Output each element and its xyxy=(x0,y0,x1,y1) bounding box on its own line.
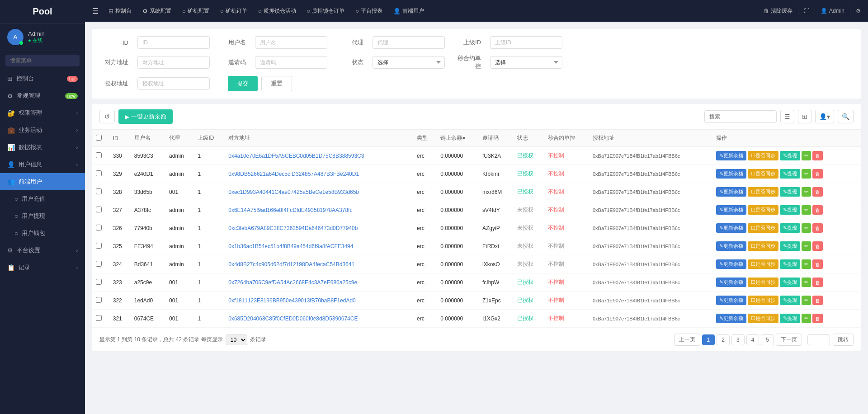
admin-user-button[interactable]: 👤 Admin xyxy=(821,8,844,14)
second-badge[interactable]: 不控制 xyxy=(548,225,564,231)
status-badge[interactable]: 已授权 xyxy=(517,297,533,303)
table-columns-button[interactable]: 👤▾ xyxy=(815,110,834,123)
second-badge[interactable]: 不控制 xyxy=(548,188,564,195)
edit-button[interactable]: ✏ xyxy=(802,278,811,287)
address-link[interactable]: 0xec1D993A40441C4ae07425a5BeCe1e58B933d6… xyxy=(228,189,359,195)
second-badge[interactable]: 不控制 xyxy=(548,207,564,213)
delete-button[interactable]: 🗑 xyxy=(812,259,823,269)
status-badge[interactable]: 已授权 xyxy=(517,279,533,285)
table-view-grid-button[interactable]: ⊞ xyxy=(798,110,811,123)
status-badge[interactable]: 未授权 xyxy=(517,207,533,213)
row-select-checkbox[interactable] xyxy=(96,315,102,321)
edit-button[interactable]: ✏ xyxy=(802,151,811,160)
submit-button[interactable]: 提交 xyxy=(228,76,258,91)
second-badge[interactable]: 不控制 xyxy=(548,261,564,267)
menu-toggle-icon[interactable]: ☰ xyxy=(92,7,99,15)
withdraw-button[interactable]: ✎提现 xyxy=(780,241,800,251)
sync-button[interactable]: ☐是否同步 xyxy=(748,151,778,160)
sync-button[interactable]: ☐是否同步 xyxy=(748,278,778,287)
second-select[interactable]: 选择 控制 不控制 xyxy=(490,56,562,69)
sync-button[interactable]: ☐是否同步 xyxy=(748,223,778,233)
second-badge[interactable]: 不控制 xyxy=(548,297,564,303)
reset-button[interactable]: 重置 xyxy=(261,76,292,91)
status-badge[interactable]: 未授权 xyxy=(517,261,533,267)
sidebar-item-general[interactable]: ⚙ 常规管理 new xyxy=(0,87,85,104)
address-link[interactable]: 0x7264ba706C9efDA54Ac2668E4c3A7eE686a25c… xyxy=(228,279,357,286)
topbar-miner[interactable]: ○ 矿机配置 xyxy=(178,5,214,18)
address-link[interactable]: 0x1b36ac1B54ec51b4f8B49a454d6f9a8fACFE34… xyxy=(228,243,353,249)
status-badge[interactable]: 已授权 xyxy=(517,170,533,177)
fullscreen-button[interactable]: ⛶ xyxy=(804,8,809,14)
topbar-pledge-order[interactable]: ○ 质押锁仓订单 xyxy=(302,5,349,18)
sidebar-item-recharge[interactable]: ○ 用户充值 xyxy=(0,190,85,207)
page-3-button[interactable]: 3 xyxy=(731,334,745,345)
sync-button[interactable]: ☐是否同步 xyxy=(748,259,778,269)
topbar-dashboard[interactable]: ⊞ 控制台 xyxy=(104,5,136,18)
second-badge[interactable]: 不控制 xyxy=(548,170,564,177)
update-balance-button[interactable]: ✎更新余额 xyxy=(716,314,746,323)
delete-button[interactable]: 🗑 xyxy=(812,223,823,233)
bulk-update-button[interactable]: ▶ 一键更新余额 xyxy=(118,109,173,124)
withdraw-button[interactable]: ✎提现 xyxy=(780,187,800,197)
second-badge[interactable]: 不控制 xyxy=(548,315,564,321)
page-2-button[interactable]: 2 xyxy=(717,334,730,345)
sync-button[interactable]: ☐是否同步 xyxy=(748,169,778,179)
edit-button[interactable]: ✏ xyxy=(802,259,811,269)
sync-button[interactable]: ☐是否同步 xyxy=(748,205,778,215)
delete-button[interactable]: 🗑 xyxy=(812,187,823,197)
status-select[interactable]: 选择 已授权 未授权 xyxy=(373,56,445,69)
row-select-checkbox[interactable] xyxy=(96,243,102,249)
sidebar-item-dashboard[interactable]: ⊞ 控制台 hot xyxy=(0,70,85,87)
topbar-frontend-user[interactable]: 👤 前端用户 xyxy=(389,5,429,18)
row-select-checkbox[interactable] xyxy=(96,170,102,176)
withdraw-button[interactable]: ✎提现 xyxy=(780,223,800,233)
page-jump-button[interactable]: 跳转 xyxy=(833,334,854,346)
page-5-button[interactable]: 5 xyxy=(761,334,774,345)
update-balance-button[interactable]: ✎更新余额 xyxy=(716,187,746,197)
update-balance-button[interactable]: ✎更新余额 xyxy=(716,278,746,287)
delete-button[interactable]: 🗑 xyxy=(812,169,823,179)
address-link[interactable]: 0x4a10e70E6a1DF5A5CEBC0d05B1D75C8B388593… xyxy=(228,153,364,159)
edit-button[interactable]: ✏ xyxy=(802,223,811,233)
second-badge[interactable]: 不控制 xyxy=(548,279,564,285)
row-select-checkbox[interactable] xyxy=(96,152,102,158)
update-balance-button[interactable]: ✎更新余额 xyxy=(716,223,746,233)
agent-input[interactable] xyxy=(373,36,445,49)
update-balance-button[interactable]: ✎更新余额 xyxy=(716,241,746,251)
status-badge[interactable]: 已授权 xyxy=(517,315,533,321)
row-select-checkbox[interactable] xyxy=(96,207,102,212)
invite-input[interactable] xyxy=(255,56,327,69)
delete-button[interactable]: 🗑 xyxy=(812,151,823,160)
clear-cache-button[interactable]: 🗑 清除缓存 xyxy=(764,7,793,15)
address-link[interactable]: 0x4d8B27c4c905d62df7d12198DA4fecaC54Bd36… xyxy=(228,261,354,268)
sidebar-search-input[interactable] xyxy=(5,55,80,66)
sidebar-item-business[interactable]: 💼 业务活动 › xyxy=(0,122,85,139)
edit-button[interactable]: ✏ xyxy=(802,187,811,197)
status-badge[interactable]: 已授权 xyxy=(517,152,533,159)
delete-button[interactable]: 🗑 xyxy=(812,314,823,323)
sync-button[interactable]: ☐是否同步 xyxy=(748,187,778,197)
auth-input[interactable] xyxy=(137,77,210,90)
table-search-input[interactable] xyxy=(704,110,777,123)
edit-button[interactable]: ✏ xyxy=(802,169,811,179)
table-view-list-button[interactable]: ☰ xyxy=(780,110,794,123)
sidebar-item-frontend[interactable]: 👥 前端用户 xyxy=(0,173,85,190)
settings-button[interactable]: ⚙ xyxy=(856,8,861,14)
sidebar-item-auth[interactable]: 🔐 权限管理 › xyxy=(0,104,85,122)
sidebar-item-platform[interactable]: ⚙ 平台设置 › xyxy=(0,242,85,259)
sync-button[interactable]: ☐是否同步 xyxy=(748,241,778,251)
withdraw-button[interactable]: ✎提现 xyxy=(780,151,800,160)
second-badge[interactable]: 不控制 xyxy=(548,152,564,159)
topbar-miner-order[interactable]: ○ 矿机订单 xyxy=(216,5,252,18)
address-link[interactable]: 0xf1811123E8136BB950e439013fB70baB8F1edA… xyxy=(228,297,356,304)
topbar-pledge-activity[interactable]: ○ 质押锁仓活动 xyxy=(254,5,301,18)
edit-button[interactable]: ✏ xyxy=(802,241,811,251)
address-link[interactable]: 0x98DB526621a64Dec5cfD324857A487B3FBe240… xyxy=(228,171,359,177)
update-balance-button[interactable]: ✎更新余额 xyxy=(716,169,746,179)
row-select-checkbox[interactable] xyxy=(96,188,102,194)
select-all-checkbox[interactable] xyxy=(96,135,102,141)
delete-button[interactable]: 🗑 xyxy=(812,205,823,215)
sync-button[interactable]: ☐是否同步 xyxy=(748,314,778,323)
status-badge[interactable]: 未授权 xyxy=(517,243,533,249)
row-select-checkbox[interactable] xyxy=(96,225,102,231)
